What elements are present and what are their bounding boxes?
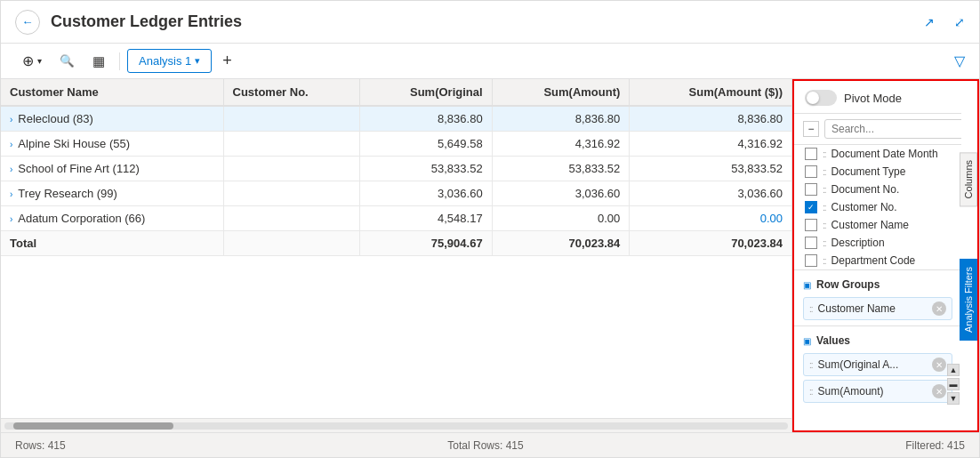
col-item-label: Document No. bbox=[831, 183, 900, 196]
cell-sum-orig: 4,548.17 bbox=[360, 206, 492, 231]
column-item[interactable]: :: Department Code bbox=[794, 252, 961, 269]
table-row[interactable]: ›Alpine Ski House (55) 5,649.58 4,316.92… bbox=[1, 132, 791, 157]
drag-handle[interactable]: :: bbox=[823, 149, 826, 159]
drag-handle[interactable]: :: bbox=[823, 238, 826, 248]
cell-customer-no bbox=[223, 181, 360, 206]
val-remove-button[interactable]: ✕ bbox=[932, 384, 946, 398]
drag-handle[interactable]: :: bbox=[823, 167, 826, 177]
column-item[interactable]: :: Description bbox=[794, 234, 961, 252]
col-item-label: Customer No. bbox=[831, 201, 897, 213]
cell-customer-no bbox=[223, 132, 360, 157]
col-item-label: Department Code bbox=[831, 254, 916, 267]
rg-item-name: Customer Name bbox=[818, 302, 927, 315]
rg-expand-icon[interactable]: ▣ bbox=[803, 280, 811, 290]
column-search-input[interactable] bbox=[824, 119, 961, 139]
values-title: Values bbox=[816, 334, 850, 347]
val-scroll-up[interactable]: ▲ bbox=[947, 364, 960, 376]
data-table: Customer Name Customer No. Sum(Original … bbox=[1, 79, 791, 256]
back-icon: ← bbox=[21, 15, 33, 28]
column-item[interactable]: :: Document No. bbox=[794, 181, 961, 198]
column-item[interactable]: :: Customer No. bbox=[794, 198, 961, 216]
row-expand-icon[interactable]: › bbox=[10, 189, 12, 199]
cell-sum-orig: 8,836.80 bbox=[360, 106, 492, 132]
val-remove-button[interactable]: ✕ bbox=[932, 358, 946, 372]
table-row[interactable]: ›Adatum Corporation (66) 4,548.17 0.00 0… bbox=[1, 206, 791, 231]
col-sum-amount-usd[interactable]: Sum(Amount ($)) bbox=[630, 79, 791, 106]
row-expand-icon[interactable]: › bbox=[10, 214, 12, 224]
rg-drag-handle[interactable]: :: bbox=[809, 304, 813, 314]
col-sum-original[interactable]: Sum(Original bbox=[360, 79, 492, 106]
cell-sum-amt: 53,833.52 bbox=[492, 157, 630, 181]
drag-handle[interactable]: :: bbox=[823, 221, 826, 230]
rg-remove-button[interactable]: ✕ bbox=[932, 301, 946, 316]
col-customer-no[interactable]: Customer No. bbox=[223, 79, 360, 106]
analyze-icon: ▦ bbox=[92, 53, 105, 69]
search-row: − bbox=[794, 114, 961, 145]
total-sum-orig: 75,904.67 bbox=[360, 231, 492, 256]
table-area: Customer Name Customer No. Sum(Original … bbox=[1, 79, 792, 432]
value-item[interactable]: :: Sum(Amount) ✕ bbox=[803, 380, 952, 403]
col-checkbox-5[interactable] bbox=[805, 237, 817, 249]
drag-handle[interactable]: :: bbox=[823, 256, 826, 266]
h-scroll-thumb[interactable] bbox=[13, 422, 173, 430]
col-checkbox-4[interactable] bbox=[805, 219, 817, 231]
values-expand-icon[interactable]: ▣ bbox=[803, 336, 811, 346]
row-expand-icon[interactable]: › bbox=[10, 140, 12, 149]
search-icon: 🔍 bbox=[60, 54, 75, 68]
table-row[interactable]: ›School of Fine Art (112) 53,833.52 53,8… bbox=[1, 157, 791, 181]
table-row[interactable]: ›Relecloud (83) 8,836.80 8,836.80 8,836.… bbox=[1, 106, 791, 132]
row-expand-icon[interactable]: › bbox=[10, 165, 12, 174]
filters-tab[interactable]: Analysis Filters bbox=[960, 259, 977, 341]
row-groups-header: ▣ Row Groups bbox=[803, 276, 952, 293]
cell-sum-amt: 3,036.60 bbox=[492, 181, 630, 206]
col-checkbox-0[interactable] bbox=[805, 148, 817, 160]
analyze-button[interactable]: ▦ bbox=[85, 50, 112, 73]
col-checkbox-3[interactable] bbox=[805, 201, 817, 213]
minus-button[interactable]: − bbox=[803, 121, 819, 137]
cell-sum-orig: 5,649.58 bbox=[360, 132, 492, 157]
row-group-item[interactable]: :: Customer Name ✕ bbox=[803, 297, 952, 320]
value-item[interactable]: :: Sum(Original A... ✕ bbox=[803, 353, 952, 376]
val-scroll-middle[interactable]: ▬ bbox=[947, 378, 960, 390]
table-row[interactable]: ›Trey Research (99) 3,036.60 3,036.60 3,… bbox=[1, 181, 791, 206]
status-bar: Rows: 415 Total Rows: 415 Filtered: 415 bbox=[1, 432, 979, 457]
analysis-tab[interactable]: Analysis 1 ▾ bbox=[127, 49, 212, 73]
row-groups-section: ▣ Row Groups :: Customer Name ✕ bbox=[794, 269, 961, 325]
grid-view-button[interactable]: ⊕ ▾ bbox=[15, 49, 49, 73]
back-button[interactable]: ← bbox=[15, 10, 40, 35]
cell-customer-name: ›Adatum Corporation (66) bbox=[1, 206, 223, 231]
main-content: Customer Name Customer No. Sum(Original … bbox=[1, 79, 979, 432]
val-drag-handle[interactable]: :: bbox=[809, 360, 813, 370]
drag-handle[interactable]: :: bbox=[823, 203, 826, 213]
col-customer-name[interactable]: Customer Name bbox=[1, 79, 223, 106]
val-drag-handle[interactable]: :: bbox=[809, 387, 813, 397]
col-item-label: Customer Name bbox=[831, 219, 909, 231]
columns-tab[interactable]: Columns bbox=[960, 152, 977, 206]
h-scroll-track bbox=[4, 422, 788, 430]
col-sum-amount[interactable]: Sum(Amount) bbox=[492, 79, 630, 106]
row-expand-icon[interactable]: › bbox=[10, 115, 12, 125]
column-item[interactable]: :: Customer Name bbox=[794, 216, 961, 234]
column-item[interactable]: :: Document Date Month bbox=[794, 145, 961, 163]
col-checkbox-2[interactable] bbox=[805, 183, 817, 196]
values-items: :: Sum(Original A... ✕ :: Sum(Amount) ✕ bbox=[803, 353, 952, 403]
table-wrapper[interactable]: Customer Name Customer No. Sum(Original … bbox=[1, 79, 791, 418]
pivot-toggle[interactable] bbox=[805, 90, 837, 106]
header: ← Customer Ledger Entries ↗ ⤢ bbox=[1, 1, 979, 44]
cell-sum-amt-usd: 53,833.52 bbox=[630, 157, 791, 181]
val-scroll-down[interactable]: ▼ bbox=[947, 392, 960, 405]
column-item[interactable]: :: Document Type bbox=[794, 163, 961, 181]
drag-handle[interactable]: :: bbox=[823, 185, 826, 195]
total-row: Total 75,904.67 70,023.84 70,023.84 bbox=[1, 231, 791, 256]
search-button[interactable]: 🔍 bbox=[52, 51, 82, 71]
cell-sum-amt-usd: 4,316.92 bbox=[630, 132, 791, 157]
plus-icon: + bbox=[222, 52, 232, 70]
h-scrollbar[interactable] bbox=[1, 418, 791, 432]
total-sum-amt-usd: 70,023.84 bbox=[630, 231, 791, 256]
external-link-icon[interactable]: ↗ bbox=[924, 15, 935, 29]
col-checkbox-1[interactable] bbox=[805, 165, 817, 178]
collapse-icon[interactable]: ⤢ bbox=[954, 15, 965, 29]
filter-icon[interactable]: ▽ bbox=[954, 52, 965, 69]
col-checkbox-6[interactable] bbox=[805, 254, 817, 267]
add-tab-button[interactable]: + bbox=[215, 47, 239, 75]
